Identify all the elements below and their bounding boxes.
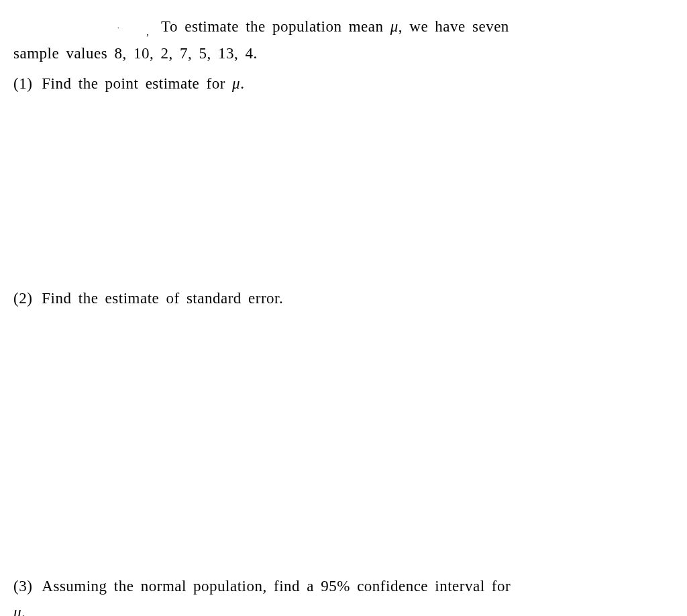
part-2-text: Find the estimate of standard error. — [42, 290, 283, 307]
intro-indent: · , To estimate the population mean μ, w… — [117, 18, 509, 35]
part-1-text-before: Find the point estimate for — [42, 75, 232, 92]
part-1-text-after: . — [240, 75, 244, 92]
intro-text-lead: To estimate the population mean — [161, 18, 383, 35]
part-2-label: (2) — [13, 285, 32, 311]
part-3-text-after: . — [21, 604, 25, 616]
intro-line-1: · , To estimate the population mean μ, w… — [13, 13, 674, 40]
part-3: (3)Assuming the normal population, find … — [13, 573, 674, 616]
part-3-mu: μ — [13, 604, 21, 616]
part-3-line-1: (3)Assuming the normal population, find … — [13, 573, 674, 599]
part-2: (2)Find the estimate of standard error. — [13, 285, 674, 311]
part-3-label: (3) — [13, 573, 32, 599]
problem-intro: · , To estimate the population mean μ, w… — [13, 13, 674, 66]
part-1-label: (1) — [13, 70, 32, 97]
intro-after-symbol: , we have seven — [399, 18, 509, 35]
part-3-text-before: Assuming the normal population, find a 9… — [42, 578, 511, 595]
intro-line-2: sample values 8, 10, 2, 7, 5, 13, 4. — [13, 40, 674, 66]
part-3-line-2: μ. — [13, 599, 674, 616]
part-1: (1)Find the point estimate for μ. — [13, 70, 674, 97]
leading-dot: · — [117, 24, 119, 32]
part-1-mu: μ — [232, 75, 240, 92]
mu-symbol: μ — [390, 18, 399, 35]
subscript-mark: , — [146, 28, 149, 38]
